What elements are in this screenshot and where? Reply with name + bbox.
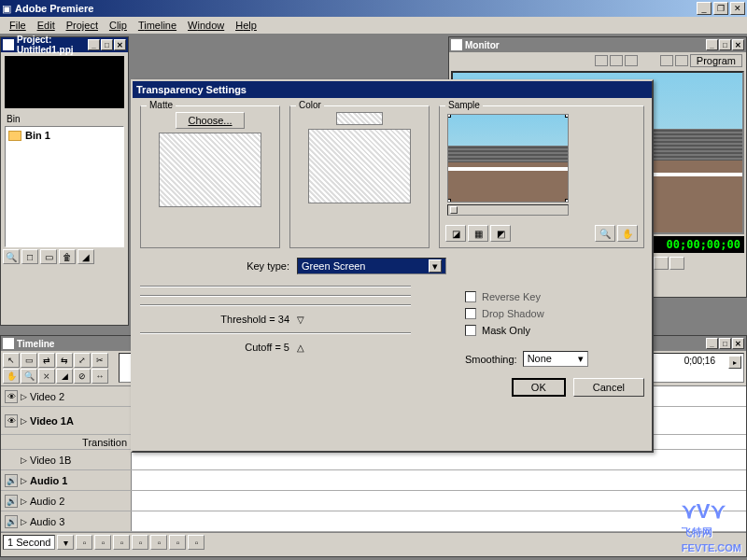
pan-sample-button[interactable]: ✋	[617, 225, 638, 242]
prev-edit-button[interactable]	[654, 257, 669, 270]
sample-slider[interactable]	[447, 204, 569, 216]
preview-image-button[interactable]: ◩	[490, 225, 511, 242]
bin-item[interactable]: Bin 1	[7, 129, 121, 142]
monitor-layout-single-button[interactable]	[595, 55, 608, 66]
new-bin-button[interactable]: □	[21, 249, 38, 264]
tl-opt5-button[interactable]: ▫	[150, 535, 167, 550]
link-tool[interactable]: ⊘	[74, 369, 91, 384]
monitor-maximize-button[interactable]: □	[719, 39, 731, 50]
track-body[interactable]	[132, 470, 746, 490]
track-body[interactable]	[132, 491, 746, 511]
menu-project[interactable]: Project	[61, 18, 104, 33]
matte-label: Matte	[147, 100, 176, 110]
hand-tool[interactable]: ✋	[3, 369, 20, 384]
menu-timeline[interactable]: Timeline	[133, 18, 182, 33]
color-preview[interactable]	[308, 129, 411, 203]
project-close-button[interactable]: ✕	[114, 39, 126, 50]
in-out-tool[interactable]: ↔	[92, 369, 108, 384]
smoothing-select[interactable]: None ▾	[523, 351, 588, 367]
choose-button[interactable]: Choose...	[176, 112, 244, 129]
expand-icon[interactable]: ▷	[21, 476, 27, 485]
monitor-layout-trim-button[interactable]	[625, 55, 638, 66]
handle-tr[interactable]	[565, 114, 569, 118]
color-swatch[interactable]	[336, 112, 383, 125]
selection-tool[interactable]: ↖	[3, 353, 20, 368]
reverse-key-check[interactable]: Reverse Key	[465, 291, 644, 302]
drop-shadow-check[interactable]: Drop Shadow	[465, 308, 644, 319]
keytype-select[interactable]: Green Screen ▾	[297, 258, 446, 274]
monitor-titlebar[interactable]: Monitor _ □ ✕	[449, 37, 746, 52]
project-minimize-button[interactable]: _	[88, 39, 100, 50]
zoom-dropdown-button[interactable]: ▾	[57, 535, 74, 550]
tl-opt1-button[interactable]: ▫	[76, 535, 92, 550]
track-body[interactable]	[132, 450, 746, 469]
mask-only-check[interactable]: Mask Only	[465, 325, 644, 336]
monitor-target-button[interactable]	[675, 55, 688, 66]
eye-icon[interactable]: 👁	[5, 414, 18, 427]
handle-tl[interactable]	[447, 114, 451, 118]
project-maximize-button[interactable]: □	[101, 39, 113, 50]
monitor-source-button[interactable]	[660, 55, 673, 66]
menu-file[interactable]: File	[4, 18, 32, 33]
ripple-edit-tool[interactable]: ⇆	[56, 353, 73, 368]
matte-preview[interactable]	[159, 133, 261, 207]
expand-icon[interactable]: ▷	[21, 517, 27, 526]
scroll-right-button[interactable]: ▸	[728, 356, 741, 369]
preview-black-button[interactable]: ▦	[468, 225, 488, 242]
rolling-edit-tool[interactable]: ⇄	[38, 353, 55, 368]
menu-help[interactable]: Help	[230, 18, 262, 33]
timeline-close-button[interactable]: ✕	[732, 338, 744, 349]
threshold-slider-marker[interactable]: ▽	[297, 315, 304, 325]
sample-preview[interactable]	[447, 114, 569, 203]
delete-button[interactable]: 🗑	[59, 249, 76, 264]
project-titlebar[interactable]: Project: Untitled1.ppj _ □ ✕	[1, 37, 128, 52]
speaker-icon[interactable]: 🔊	[5, 495, 18, 508]
zoom-sample-button[interactable]: 🔍	[595, 225, 615, 242]
tl-opt7-button[interactable]: ▫	[188, 535, 204, 550]
eye-icon[interactable]: 👁	[5, 390, 18, 403]
fade-tool[interactable]: ◢	[56, 369, 73, 384]
expand-icon[interactable]: ▷	[21, 497, 27, 506]
tl-opt2-button[interactable]: ▫	[94, 535, 111, 550]
expand-icon[interactable]: ▷	[21, 416, 27, 426]
monitor-close-button[interactable]: ✕	[732, 39, 744, 50]
timeline-minimize-button[interactable]: _	[706, 338, 718, 349]
monitor-layout-dual-button[interactable]	[610, 55, 623, 66]
speaker-icon[interactable]: 🔊	[5, 474, 18, 487]
close-button[interactable]: ✕	[730, 2, 745, 15]
maximize-button[interactable]: ❐	[713, 2, 728, 15]
preview-white-button[interactable]: ◪	[445, 225, 466, 242]
range-tool[interactable]: ▭	[21, 353, 37, 368]
tl-opt3-button[interactable]: ▫	[113, 535, 130, 550]
expand-icon[interactable]: ▷	[21, 392, 27, 401]
tl-opt4-button[interactable]: ▫	[132, 535, 148, 550]
menu-clip[interactable]: Clip	[104, 18, 133, 33]
rate-stretch-tool[interactable]: ⤢	[74, 353, 91, 368]
razor-tool[interactable]: ✂	[92, 353, 108, 368]
program-tab[interactable]: Program	[690, 54, 742, 67]
minimize-button[interactable]: _	[697, 2, 712, 15]
monitor-minimize-button[interactable]: _	[706, 39, 718, 50]
find-button[interactable]: 🔍	[3, 249, 20, 264]
slider-thumb[interactable]	[450, 206, 458, 214]
zoom-level[interactable]: 1 Second	[3, 535, 55, 550]
next-edit-button[interactable]	[669, 257, 684, 270]
track-body[interactable]	[132, 511, 746, 531]
zoom-tool[interactable]: 🔍	[21, 369, 37, 384]
project-bin-list[interactable]: Bin 1	[5, 126, 124, 247]
tl-opt6-button[interactable]: ▫	[169, 535, 186, 550]
menu-window[interactable]: Window	[182, 18, 230, 33]
speaker-icon[interactable]: 🔊	[5, 515, 18, 528]
cutoff-slider-marker[interactable]: △	[297, 343, 304, 353]
dialog-titlebar[interactable]: Transparency Settings	[133, 81, 652, 98]
new-item-button[interactable]: ▭	[40, 249, 57, 264]
crossfade-tool[interactable]: ⤫	[38, 369, 55, 384]
cancel-button[interactable]: Cancel	[573, 378, 644, 397]
handle-br[interactable]	[565, 199, 569, 203]
menu-edit[interactable]: Edit	[32, 18, 61, 33]
resize-button[interactable]: ◢	[78, 249, 94, 264]
expand-icon[interactable]: ▷	[21, 455, 27, 465]
timeline-maximize-button[interactable]: □	[719, 338, 731, 349]
ok-button[interactable]: OK	[512, 378, 566, 397]
handle-bl[interactable]	[447, 199, 451, 203]
